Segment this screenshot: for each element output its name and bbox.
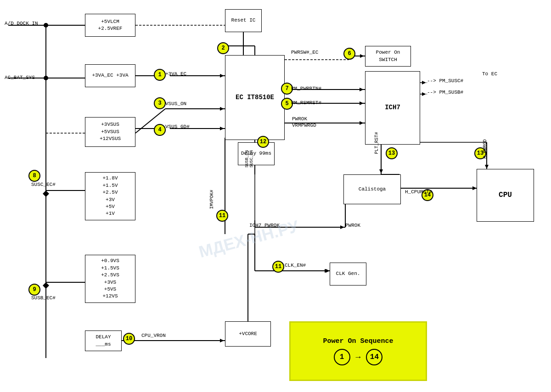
seq-to: 14 [366,349,382,365]
vsus-gd-label: VSUS_GD# [165,124,190,129]
pm-susb-label: --> PM_SUSB# [427,90,463,95]
svg-marker-53 [360,101,364,105]
svg-marker-22 [43,282,49,289]
badge-1: 1 [154,69,166,81]
susc-on-label: SUSC_ON [249,150,254,168]
svg-marker-58 [422,92,426,96]
power-on-sequence-box: Power On Sequence 1 → 14 [289,321,427,381]
to-ec-label: To EC [482,71,497,77]
svg-marker-64 [340,225,344,229]
svg-marker-61 [220,74,224,78]
h-pwrgd-label: H_PWRGD [483,139,488,158]
pwrok-vrmp-label: PWROKVRMPWRGD [292,116,316,129]
svg-marker-67 [472,186,477,190]
voltages-box: +1.8V +1.5V +2.5V +3V +5V +1V [85,172,135,220]
3va-box: +3VA_EC +3VA [85,64,135,87]
delay-box: DELAY ___ms [85,330,122,351]
svg-marker-65 [325,269,329,273]
pwrsw-ec-label: PWRSW#_EC [291,50,318,55]
vcore-box: +VCORE [225,321,271,347]
imvpok-label: IMVPOK# [209,190,214,209]
susc-ec-label: SUSC_EC# [31,182,56,187]
svg-marker-57 [422,81,426,84]
svg-marker-62 [220,107,224,111]
badge-9: 9 [28,284,40,296]
power-seq-title: Power On Sequence [323,337,393,345]
power-seq-row: 1 → 14 [334,349,383,365]
3va-ec-line-label: +3VA_EC [165,71,186,77]
reset-ic-box: Reset IC [225,9,262,32]
clk-en-label: CLK_EN# [285,263,306,268]
svg-marker-55 [326,269,330,273]
svg-marker-56 [472,186,477,190]
susb-on-label: SUSB_ON [245,150,249,168]
badge-4: 4 [154,124,166,136]
badge-8: 8 [28,170,40,182]
vsus-on-label: VSUS_ON [165,101,186,106]
pwrok-cali-label: PWROK [345,223,360,228]
vsus-box: +3VSUS +5VSUS +12VSUS [85,117,135,147]
ac-bat-label: AC_BAT_SYS [5,75,35,80]
h-cpurst-label: H_CPURST# [405,189,432,195]
svg-marker-19 [43,190,49,197]
cpu-box: CPU [477,169,534,222]
badge-6: 6 [343,48,355,60]
vlcm-box: +5VLCM +2.5VREF [85,14,135,37]
badge-12: 12 [257,136,269,148]
clk-gen-box: CLK Gen. [330,263,366,286]
pm-susc-label: --> PM_SUSC# [427,78,463,84]
delay99-box: Delay 99ms [238,142,275,165]
svg-marker-70 [485,165,489,169]
svg-marker-68 [220,339,224,342]
vs-voltages-box: +0.9VS +1.5VS +2.5VS +3VS +5VS +12VS [85,255,135,303]
power-on-switch-box: Power On SWITCH [365,46,411,67]
pm-pwrbtn-label: PM_PWRBTN# [291,86,321,91]
badge-11a: 11 [216,210,228,222]
svg-marker-59 [326,269,330,273]
svg-point-1 [44,23,48,28]
circuit-diagram: +5VLCM +2.5VREF +3VA_EC +3VA +3VSUS +5VS… [0,0,551,392]
svg-marker-63 [220,127,224,130]
seq-from: 1 [334,349,350,365]
ad-dock-label: A/D_DOCK_IN [5,21,38,26]
badge-13a: 13 [386,147,398,159]
badge-11b: 11 [272,261,284,273]
svg-marker-66 [360,54,364,58]
susb-ec-label: SUSB_EC# [31,295,56,301]
ec-box: EC IT8510E [225,55,285,140]
svg-marker-54 [360,121,364,125]
svg-marker-69 [379,169,383,174]
watermark: МДЕХ-НН.РУ [197,217,301,262]
badge-3: 3 [154,97,166,109]
badge-10: 10 [123,333,135,345]
svg-marker-52 [360,88,364,91]
cpu-vron-label: CPU_VRON [141,333,166,338]
pm-rsmrst-label: PM_RSMRST# [291,100,321,106]
plt-rst-label: PLT_RST# [374,132,379,154]
badge-2: 2 [217,42,229,54]
ich7-box: ICH7 [365,71,420,145]
calistoga-box: Calistoga [343,174,401,204]
svg-point-4 [44,76,48,80]
seq-arrow: → [356,353,361,362]
ich7-pwrok-label: ICH7_PWROK [249,223,280,228]
